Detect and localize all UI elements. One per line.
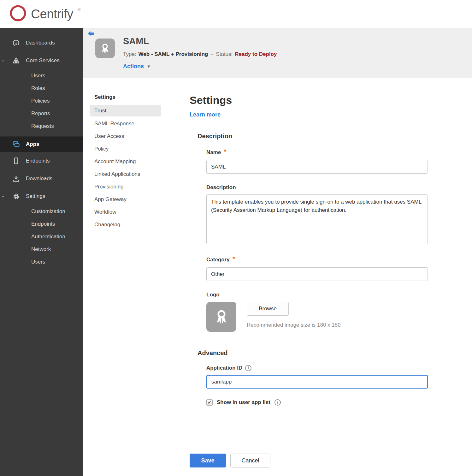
- browse-button[interactable]: Browse: [247, 302, 289, 316]
- sidebar-item-settings[interactable]: ⌄ Settings: [0, 187, 83, 205]
- logo-label: Logo: [206, 292, 220, 298]
- sidebar-item-label: Core Services: [26, 57, 60, 64]
- centrify-logo: Centrify ®: [9, 4, 80, 24]
- app-meta: Type: Web - SAML + Provisioning • Status…: [123, 51, 277, 57]
- subnav-item-linked-applications[interactable]: Linked Applications: [83, 168, 173, 181]
- sidebar-item-label: Apps: [26, 141, 39, 147]
- back-arrow-icon[interactable]: [87, 31, 95, 37]
- settings-form: Settings Learn more Description Name * D…: [173, 78, 472, 476]
- subnav-item-saml-response[interactable]: SAML Response: [83, 117, 173, 130]
- actions-dropdown[interactable]: Actions ▼: [123, 63, 151, 70]
- category-field-group: Category *: [206, 256, 428, 281]
- sidebar-item-requests[interactable]: Requests: [0, 120, 83, 133]
- category-label: Category: [206, 257, 230, 263]
- subnav-item-app-gateway[interactable]: App Gateway: [83, 193, 173, 206]
- sidebar-item-label: Settings: [26, 193, 45, 199]
- sidebar-item-settings-users[interactable]: Users: [0, 256, 83, 268]
- info-icon[interactable]: i: [245, 365, 251, 371]
- award-ribbon-icon: [99, 42, 111, 55]
- app-header: SAML Type: Web - SAML + Provisioning • S…: [83, 28, 472, 78]
- separator-dot: •: [211, 52, 213, 57]
- required-marker: *: [224, 148, 226, 155]
- sidebar-item-customization[interactable]: Customization: [0, 205, 83, 218]
- sidebar-item-label: Downloads: [26, 176, 52, 182]
- application-id-label: Application ID: [206, 365, 242, 371]
- name-input[interactable]: [206, 160, 428, 174]
- show-in-user-app-list-label: Show in user app list: [217, 399, 270, 406]
- dashboard-gauge-icon: [11, 39, 21, 47]
- advanced-section-title: Advanced: [198, 349, 472, 357]
- apps-icon: [11, 140, 21, 148]
- sidebar-item-roles[interactable]: Roles: [0, 82, 83, 95]
- save-button[interactable]: Save: [190, 454, 226, 467]
- caret-down-icon: ▼: [147, 64, 151, 69]
- sidebar-item-reports[interactable]: Reports: [0, 107, 83, 120]
- sidebar-item-network[interactable]: Network: [0, 243, 83, 256]
- subnav-item-trust[interactable]: Trust: [90, 105, 161, 116]
- subnav-item-user-access[interactable]: User Access: [83, 130, 173, 143]
- chevron-down-icon: ⌄: [1, 57, 5, 63]
- sidebar-item-policies[interactable]: Policies: [0, 95, 83, 107]
- show-in-user-app-list-row: ✔ Show in user app list i: [206, 399, 472, 406]
- application-id-field-group: Application ID i: [206, 365, 428, 389]
- centrify-swirl-icon: [9, 4, 27, 24]
- download-icon: [11, 175, 21, 183]
- subnav: Settings Trust SAML Response User Access…: [83, 78, 173, 476]
- gear-icon: [11, 192, 21, 201]
- sidebar: Dashboards ⌄ Core Services Users Roles P…: [0, 28, 83, 476]
- cancel-button[interactable]: Cancel: [230, 454, 270, 467]
- actions-label: Actions: [123, 63, 144, 70]
- page-title: Settings: [190, 94, 472, 106]
- subnav-item-changelog[interactable]: Changelog: [83, 218, 173, 231]
- sidebar-item-settings-endpoints[interactable]: Endpoints: [0, 218, 83, 230]
- subnav-item-policy[interactable]: Policy: [83, 143, 173, 155]
- learn-more-link[interactable]: Learn more: [190, 111, 221, 118]
- subnav-item-provisioning[interactable]: Provisioning: [83, 181, 173, 193]
- description-section-title: Description: [198, 133, 472, 140]
- name-label: Name: [206, 149, 221, 156]
- sidebar-item-label: Endpoints: [26, 158, 50, 164]
- check-mark-icon: ✔: [208, 400, 211, 405]
- subnav-item-account-mapping[interactable]: Account Mapping: [83, 155, 173, 168]
- chevron-down-icon: ⌄: [1, 193, 5, 199]
- sidebar-item-endpoints[interactable]: Endpoints: [0, 152, 83, 170]
- application-id-input[interactable]: [206, 375, 428, 389]
- description-textarea[interactable]: This template enables you to provide sin…: [206, 194, 428, 244]
- type-label: Type:: [123, 51, 136, 57]
- subnav-item-workflow[interactable]: Workflow: [83, 206, 173, 218]
- main: Settings Trust SAML Response User Access…: [83, 78, 472, 476]
- status-label: Status:: [216, 51, 233, 57]
- type-value: Web - SAML + Provisioning: [139, 51, 208, 57]
- form-buttons: Save Cancel: [190, 454, 472, 467]
- logo-preview: [206, 302, 236, 332]
- description-field-group: Description This template enables you to…: [206, 184, 428, 245]
- status-value: Ready to Deploy: [235, 51, 277, 57]
- core-services-icon: [11, 57, 21, 65]
- sidebar-item-downloads[interactable]: Downloads: [0, 170, 83, 187]
- subnav-header: Settings: [94, 94, 173, 100]
- sidebar-item-authentication[interactable]: Authentication: [0, 230, 83, 243]
- description-label: Description: [206, 184, 236, 191]
- sidebar-item-label: Dashboards: [26, 40, 55, 46]
- category-input[interactable]: [206, 267, 428, 281]
- content-area: SAML Type: Web - SAML + Provisioning • S…: [83, 28, 472, 476]
- show-in-user-app-list-checkbox[interactable]: ✔: [206, 399, 213, 406]
- sidebar-item-users[interactable]: Users: [0, 69, 83, 82]
- logo-field-group: Logo Browse Recommended image: [206, 292, 428, 332]
- trademark-mark: ®: [78, 7, 81, 12]
- logo-actions: Browse Recommended image size is 180 x 1…: [247, 302, 341, 332]
- info-icon[interactable]: i: [274, 399, 281, 406]
- topbar: Centrify ®: [0, 0, 472, 28]
- required-marker: *: [233, 255, 235, 263]
- app-logo-badge: [95, 39, 115, 58]
- sidebar-item-dashboards[interactable]: Dashboards: [0, 34, 83, 52]
- mobile-device-icon: [11, 157, 21, 165]
- sidebar-item-apps[interactable]: Apps: [0, 136, 83, 152]
- logo-size-hint: Recommended image size is 180 x 180: [247, 322, 341, 328]
- brand-name: Centrify: [31, 7, 73, 21]
- sidebar-item-core-services[interactable]: ⌄ Core Services: [0, 52, 83, 69]
- app-title: SAML: [123, 36, 149, 46]
- name-field-group: Name *: [206, 149, 428, 174]
- award-ribbon-icon: [212, 308, 231, 326]
